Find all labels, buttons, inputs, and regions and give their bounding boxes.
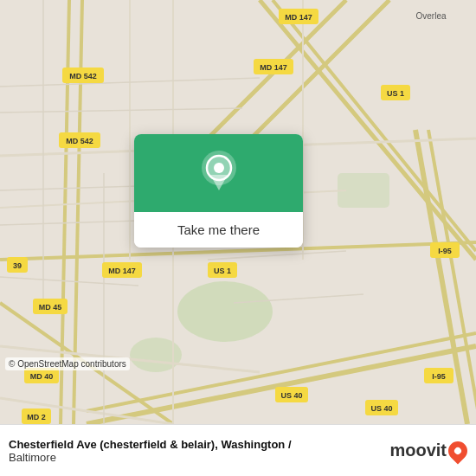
moovit-text: moovit [389, 441, 447, 460]
svg-text:I-95: I-95 [432, 372, 446, 381]
svg-text:MD 147: MD 147 [260, 63, 287, 72]
location-name-2: Baltimore [9, 451, 56, 464]
svg-text:I-95: I-95 [438, 247, 452, 255]
location-pin-icon [197, 149, 241, 197]
svg-text:39: 39 [13, 261, 22, 270]
moovit-dot-icon [444, 437, 471, 464]
svg-point-65 [214, 163, 224, 173]
take-me-there-button[interactable]: Take me there [134, 212, 303, 248]
svg-text:US 40: US 40 [280, 391, 302, 400]
location-name: Chesterfield Ave (chesterfield & belair)… [9, 438, 292, 451]
svg-text:MD 147: MD 147 [108, 267, 136, 275]
svg-text:MD 45: MD 45 [39, 303, 62, 312]
svg-text:US 1: US 1 [214, 267, 231, 275]
svg-text:US 40: US 40 [370, 404, 392, 413]
svg-text:MD 542: MD 542 [69, 72, 97, 80]
map-container: MD 147 MD 542 MD 147 US 1 MD 542 US 1 MD… [0, 0, 476, 424]
footer-location-text: Chesterfield Ave (chesterfield & belair)… [9, 438, 389, 464]
moovit-logo: moovit [389, 441, 467, 460]
svg-text:US 1: US 1 [387, 89, 404, 98]
popup-card: Take me there [134, 134, 303, 248]
svg-text:MD 147: MD 147 [285, 13, 312, 22]
footer: Chesterfield Ave (chesterfield & belair)… [0, 424, 476, 476]
popup-header [134, 134, 303, 212]
svg-text:MD 2: MD 2 [27, 413, 46, 421]
map-attribution: © OpenStreetMap contributors [5, 357, 130, 370]
svg-point-1 [177, 281, 273, 342]
svg-text:MD 40: MD 40 [30, 372, 54, 381]
svg-text:MD 542: MD 542 [66, 137, 93, 145]
svg-text:Overlea: Overlea [415, 11, 446, 21]
